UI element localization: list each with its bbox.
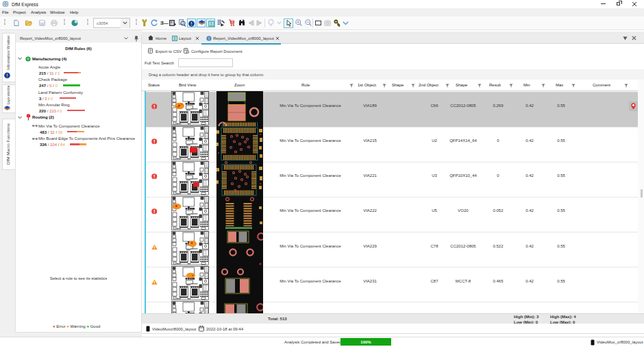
svg-text:DfM Macro Functions: DfM Macro Functions (6, 123, 10, 165)
svg-text:Layer selection: Layer selection (6, 86, 10, 104)
svg-text:Information Window: Information Window (6, 35, 10, 70)
